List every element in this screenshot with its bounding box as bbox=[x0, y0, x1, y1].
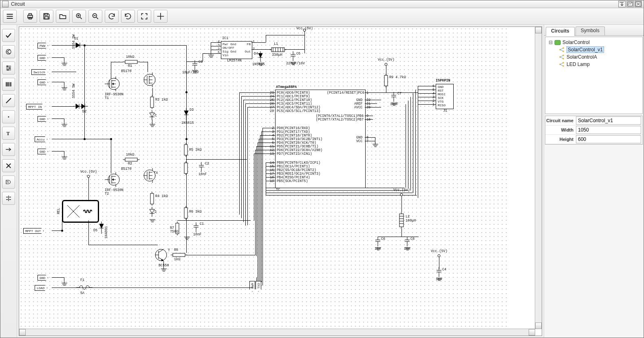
pad-pww[interactable]: PWW bbox=[37, 43, 48, 48]
resistor-r8[interactable] bbox=[171, 252, 187, 257]
redo-icon[interactable] bbox=[121, 10, 135, 23]
fit-icon[interactable] bbox=[137, 10, 151, 23]
pad-mppt-out[interactable]: MPPT OUT bbox=[23, 228, 44, 234]
circuit-name-input[interactable] bbox=[576, 116, 641, 125]
resistor-r3[interactable] bbox=[150, 95, 154, 109]
led[interactable] bbox=[149, 207, 157, 217]
save-icon[interactable] bbox=[40, 10, 53, 23]
pad-pwm[interactable]: PWM bbox=[249, 281, 255, 292]
scroll-right-button[interactable] bbox=[529, 329, 535, 336]
close-button[interactable] bbox=[635, 1, 642, 7]
pad-gnd-4[interactable]: GND bbox=[37, 149, 48, 154]
resistor-r5b[interactable] bbox=[183, 161, 188, 175]
pad-switch[interactable]: Switch bbox=[31, 69, 48, 75]
transistor-icon[interactable] bbox=[2, 45, 15, 58]
diode-d5[interactable] bbox=[99, 222, 104, 234]
label-t1-type: IRF-9530NT1 bbox=[105, 93, 124, 100]
ic-lm2574n[interactable]: Pwr Gnd ON/OFF Sig Gnd Vin FB Out bbox=[221, 41, 252, 59]
resistor-r9[interactable] bbox=[384, 74, 388, 88]
text-icon[interactable]: T bbox=[2, 127, 15, 140]
pad-gnd-3[interactable]: GND bbox=[37, 116, 48, 122]
maximize-button[interactable] bbox=[626, 1, 634, 7]
resistor-r4[interactable] bbox=[150, 192, 154, 206]
mosfet-t2[interactable] bbox=[105, 171, 121, 188]
gate-icon[interactable]: N bbox=[2, 176, 15, 189]
wire bbox=[52, 45, 74, 46]
open-icon[interactable] bbox=[56, 10, 70, 23]
mosfet-t4[interactable] bbox=[141, 167, 158, 184]
schematic-canvas[interactable]: PWW GND Switch GND MPPT IN GND Accu GND … bbox=[19, 27, 508, 328]
scroll-left-button[interactable] bbox=[19, 329, 26, 336]
cap-c2[interactable] bbox=[198, 162, 204, 172]
cap-c8[interactable] bbox=[404, 237, 410, 246]
resistor-r6[interactable] bbox=[183, 206, 188, 220]
pad-mppt-in[interactable]: MPPT IN bbox=[26, 104, 45, 110]
diode-d3[interactable] bbox=[183, 108, 189, 121]
sliders-icon[interactable] bbox=[2, 61, 15, 75]
fuse-f1[interactable] bbox=[76, 283, 93, 292]
tree-item-led-lamp[interactable]: LED Lamp bbox=[547, 61, 641, 68]
height-input[interactable] bbox=[576, 135, 641, 143]
tree-expand-icon[interactable]: ⊟ bbox=[549, 40, 553, 45]
scroll-down-button[interactable] bbox=[535, 323, 542, 329]
arrow-icon[interactable] bbox=[2, 143, 15, 156]
resistor-r5a[interactable] bbox=[183, 143, 188, 157]
label-t4-type: BS170 bbox=[121, 167, 132, 171]
label-vcc-l2: Vcc.(5V) bbox=[393, 189, 410, 192]
zoom-in-icon[interactable] bbox=[72, 10, 86, 23]
label-r2-val: 10kΩ bbox=[126, 153, 134, 157]
inductor-l2[interactable] bbox=[398, 212, 405, 228]
zoom-out-icon[interactable] bbox=[88, 10, 102, 23]
canvas-viewport[interactable]: PWW GND Switch GND MPPT IN GND Accu GND … bbox=[19, 26, 542, 336]
scroll-up-button[interactable] bbox=[535, 27, 542, 33]
pad-gnd-1[interactable]: GND bbox=[37, 55, 48, 61]
width-input[interactable] bbox=[576, 126, 641, 134]
ground-symbol bbox=[372, 144, 379, 148]
pad-load[interactable]: LOAD bbox=[35, 285, 47, 291]
undo-icon[interactable] bbox=[105, 10, 119, 23]
minimize-button[interactable] bbox=[618, 1, 626, 7]
led[interactable] bbox=[149, 110, 157, 121]
wire bbox=[247, 107, 248, 225]
project-tree[interactable]: ⊟ SolarControl SolarControl_v1 bbox=[545, 37, 643, 114]
diode-d2[interactable] bbox=[73, 103, 88, 110]
tree-item-solarcontrola[interactable]: SolarControlA bbox=[547, 53, 641, 61]
menu-icon[interactable] bbox=[3, 10, 17, 23]
wire bbox=[262, 128, 275, 128]
print-icon[interactable] bbox=[23, 10, 37, 23]
mosfet-t3[interactable] bbox=[141, 72, 158, 88]
cut-icon[interactable] bbox=[2, 159, 15, 172]
label-c1: C1 bbox=[200, 222, 204, 226]
wire-icon[interactable] bbox=[2, 94, 15, 107]
cap-c4[interactable] bbox=[436, 267, 442, 277]
mosfet-t1[interactable] bbox=[105, 76, 121, 92]
diode-d4[interactable] bbox=[258, 51, 263, 62]
pad-txd[interactable]: TXD bbox=[256, 281, 261, 292]
tree-item-solarcontrol-v1[interactable]: SolarControl_v1 bbox=[547, 46, 641, 53]
pad-gnd-5[interactable]: GND bbox=[37, 275, 48, 281]
inductor-l1[interactable] bbox=[270, 46, 286, 53]
relay[interactable] bbox=[62, 200, 99, 223]
bjt-t5[interactable] bbox=[154, 247, 168, 263]
horizontal-scrollbar[interactable] bbox=[19, 329, 535, 336]
ground-symbol bbox=[149, 219, 156, 223]
connector-isp6pin[interactable]: GND RST MOSI SCK VTG MISO bbox=[436, 84, 454, 109]
wire bbox=[52, 57, 64, 58]
pad-accu[interactable]: Accu bbox=[35, 136, 47, 142]
point-icon[interactable] bbox=[2, 110, 15, 123]
ok-icon[interactable] bbox=[2, 29, 15, 42]
cap-c7[interactable] bbox=[391, 92, 397, 102]
cap-c6[interactable] bbox=[375, 237, 381, 246]
vertical-scrollbar[interactable] bbox=[535, 27, 542, 329]
cap-c1[interactable] bbox=[193, 222, 199, 232]
pad-gnd-2[interactable]: GND bbox=[37, 79, 48, 85]
tab-symbols[interactable]: Symbols bbox=[576, 26, 605, 35]
tab-circuits[interactable]: Circuits bbox=[546, 27, 575, 36]
cap-c5[interactable] bbox=[290, 51, 296, 61]
barcode-icon[interactable] bbox=[2, 78, 15, 91]
probe-icon[interactable] bbox=[2, 192, 15, 205]
crosshair-icon[interactable] bbox=[154, 10, 168, 23]
label-r7: R7750Ω bbox=[170, 226, 178, 234]
tree-root[interactable]: ⊟ SolarControl bbox=[547, 39, 641, 46]
label-vcc-top: Vcc.(5V) bbox=[296, 27, 313, 31]
